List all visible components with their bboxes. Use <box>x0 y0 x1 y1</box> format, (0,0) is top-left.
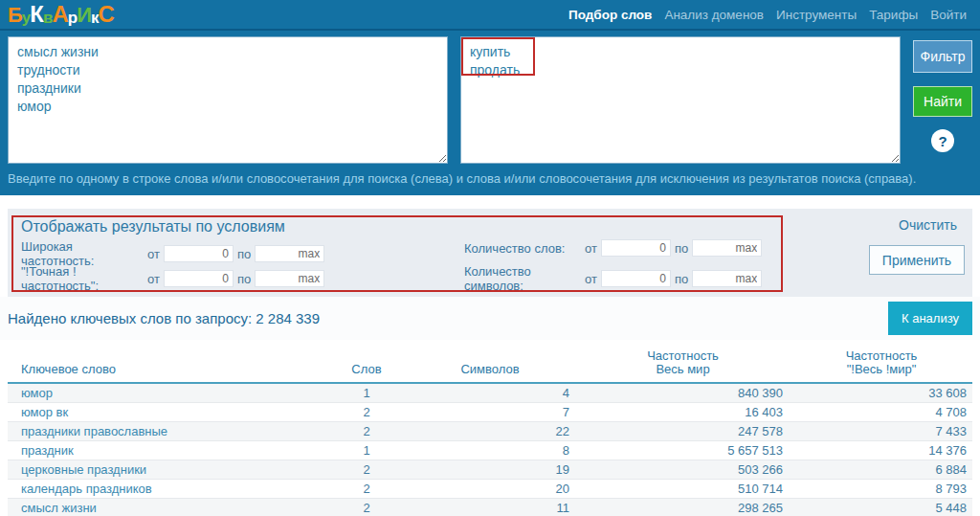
chars-count-cell: 4 <box>405 383 575 403</box>
include-keywords-textarea[interactable]: смысл жизни трудности праздники юмор <box>8 36 448 164</box>
frequency-exact-cell: 8 793 <box>791 480 972 499</box>
chars-count-cell: 19 <box>405 460 575 480</box>
exact-frequency-from-input[interactable] <box>164 270 234 287</box>
from-label: от <box>147 247 160 261</box>
words-count-cell: 2 <box>328 460 405 480</box>
keyword-cell: календарь праздников <box>8 480 328 499</box>
logo-letter: С <box>98 3 113 26</box>
frequency-exact-cell: 7 433 <box>791 422 972 441</box>
bukvarix-logo[interactable]: БуКвАрИкС <box>8 3 114 26</box>
find-button[interactable]: Найти <box>913 86 972 117</box>
frequency-world-cell: 503 266 <box>575 460 791 480</box>
frequency-world-cell: 5 657 513 <box>575 441 791 460</box>
logo-letter: А <box>52 3 67 26</box>
words-count-cell: 2 <box>328 403 405 422</box>
search-buttons-rail: Фильтр Найти ? <box>913 36 972 164</box>
chars-count-cell: 22 <box>405 422 575 441</box>
results-bar: Найдено ключевых слов по запросу: 2 284 … <box>0 297 980 340</box>
table-header-row: Ключевое слово Слов Символов Частотность… <box>8 340 972 383</box>
clear-filters-link[interactable]: Очистить <box>899 217 957 233</box>
header-frequency-exact: Частотность "!Весь !мир" <box>791 340 972 383</box>
frequency-world-cell: 840 390 <box>575 383 791 403</box>
help-icon[interactable]: ? <box>931 129 954 152</box>
word-count-label: Количество слов: <box>464 241 581 256</box>
words-count-cell: 1 <box>328 441 405 460</box>
main-nav: Подбор слов Анализ доменов Инструменты Т… <box>568 8 972 22</box>
nav-item-tariffs[interactable]: Тарифы <box>869 8 918 22</box>
logo-letter: к <box>91 10 99 26</box>
frequency-exact-cell: 5 448 <box>791 499 972 516</box>
from-label: от <box>147 272 160 286</box>
logo-letter: И <box>77 5 91 26</box>
exclude-keywords-textarea[interactable]: купить продать <box>460 36 901 164</box>
filter-section: Отображать результаты по условиям Широка… <box>0 195 980 297</box>
filter-panel-title: Отображать результаты по условиям <box>21 218 285 236</box>
to-label: по <box>237 247 251 261</box>
table-row: праздник 1 8 5 657 513 14 376 <box>8 441 972 460</box>
nav-item-keyword-selection[interactable]: Подбор слов <box>568 8 652 22</box>
words-count-cell: 1 <box>328 383 405 403</box>
logo-letter: Б <box>8 5 22 26</box>
analyze-button[interactable]: К анализу <box>888 302 972 335</box>
filter-conditions-panel: Отображать результаты по условиям Широка… <box>8 209 972 297</box>
logo-letter: у <box>22 10 30 26</box>
header-chars: Символов <box>405 340 575 383</box>
top-bar: БуКвАрИкС Подбор слов Анализ доменов Инс… <box>0 0 980 31</box>
nav-item-tools[interactable]: Инструменты <box>776 8 857 22</box>
frequency-world-cell: 16 403 <box>575 403 791 422</box>
results-count-value: 2 284 339 <box>256 310 320 326</box>
char-count-label: Количество символов: <box>464 264 581 293</box>
frequency-exact-cell: 6 884 <box>791 460 972 480</box>
words-count-cell: 2 <box>328 480 405 499</box>
header-frequency-world: Частотность Весь мир <box>575 340 791 383</box>
words-count-cell: 2 <box>328 499 405 516</box>
nav-item-domain-analysis[interactable]: Анализ доменов <box>664 8 764 22</box>
exact-frequency-label: "!Точная !частотность": <box>21 264 144 293</box>
exact-frequency-to-input[interactable] <box>255 270 324 287</box>
words-count-cell: 2 <box>328 422 405 441</box>
keyword-cell: смысл жизни <box>8 499 328 516</box>
nav-item-login[interactable]: Войти <box>930 8 967 22</box>
from-label: от <box>585 272 597 286</box>
apply-filters-button[interactable]: Применить <box>869 245 965 275</box>
frequency-exact-cell: 33 608 <box>791 383 972 403</box>
to-label: по <box>675 272 688 286</box>
broad-frequency-from-input[interactable] <box>164 245 234 262</box>
search-section: смысл жизни трудности праздники юмор куп… <box>0 31 980 195</box>
keyword-cell: праздники православные <box>8 422 328 441</box>
logo-letter: К <box>30 3 43 26</box>
keywords-table: Ключевое слово Слов Символов Частотность… <box>8 340 972 516</box>
table-row: календарь праздников 2 20 510 714 8 793 <box>8 480 972 499</box>
chars-count-cell: 8 <box>405 441 575 460</box>
search-hint-text: Введите по одному в строке слова и/или с… <box>8 171 972 186</box>
char-count-to-input[interactable] <box>692 270 762 287</box>
table-row: смысл жизни 2 11 298 265 5 448 <box>8 499 972 516</box>
keyword-cell: праздник <box>8 441 328 460</box>
filter-button[interactable]: Фильтр <box>913 40 972 73</box>
results-count-text: Найдено ключевых слов по запросу: 2 284 … <box>8 310 320 326</box>
frequency-exact-cell: 4 708 <box>791 403 972 422</box>
char-count-from-input[interactable] <box>601 270 671 287</box>
chars-count-cell: 7 <box>405 403 575 422</box>
frequency-exact-cell: 14 376 <box>791 441 972 460</box>
table-row: праздники православные 2 22 247 578 7 43… <box>8 422 972 441</box>
logo-letter: р <box>68 10 77 26</box>
table-row: юмор 1 4 840 390 33 608 <box>8 383 972 403</box>
word-count-from-input[interactable] <box>601 239 671 257</box>
from-label: от <box>585 241 597 256</box>
frequency-world-cell: 510 714 <box>575 480 791 499</box>
frequency-world-cell: 298 265 <box>575 499 791 516</box>
keyword-cell: юмор <box>8 383 328 403</box>
chars-count-cell: 20 <box>405 480 575 499</box>
table-row: церковные праздники 2 19 503 266 6 884 <box>8 460 972 480</box>
word-count-to-input[interactable] <box>692 239 762 257</box>
broad-frequency-to-input[interactable] <box>255 245 324 262</box>
keyword-cell: юмор вк <box>8 403 328 422</box>
table-row: юмор вк 2 7 16 403 4 708 <box>8 403 972 422</box>
header-keyword: Ключевое слово <box>8 340 328 383</box>
frequency-world-cell: 247 578 <box>575 422 791 441</box>
header-words: Слов <box>328 340 405 383</box>
chars-count-cell: 11 <box>405 499 575 516</box>
to-label: по <box>237 272 251 286</box>
keyword-cell: церковные праздники <box>8 460 328 480</box>
